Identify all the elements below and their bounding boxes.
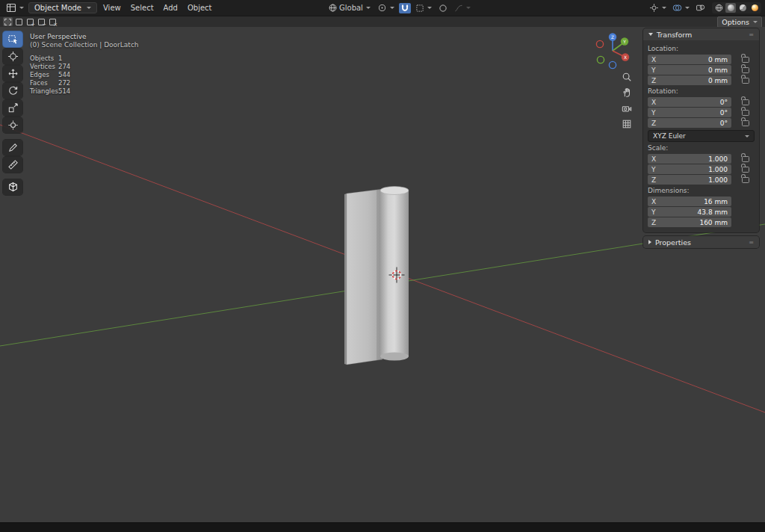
lock-icon[interactable]: [742, 67, 749, 73]
camera-view-button[interactable]: [620, 102, 634, 115]
gizmos-icon: [649, 3, 659, 13]
toggle-xray-button[interactable]: [693, 2, 707, 13]
transform-panel-header[interactable]: Transform ≡: [643, 28, 759, 40]
tool-transform[interactable]: [3, 117, 22, 133]
transform-icon: [7, 120, 19, 131]
editor-type-button[interactable]: [4, 2, 26, 13]
orientation-dropdown[interactable]: Global: [326, 2, 373, 13]
panel-grip-icon: ≡: [749, 239, 754, 246]
show-gizmos-toggle[interactable]: [647, 2, 669, 13]
options-button[interactable]: Options: [717, 16, 762, 28]
navigation-gizmo[interactable]: Z Y X: [592, 30, 634, 72]
viewport-header: Object Mode View Select Add Object Globa…: [0, 0, 765, 16]
pivot-point-dropdown[interactable]: [375, 2, 397, 13]
tool-measure[interactable]: [3, 157, 22, 173]
lock-icon[interactable]: [742, 177, 749, 183]
location-x-row: X 0 mm: [648, 55, 755, 64]
toggle-perspective-button[interactable]: [620, 117, 634, 131]
tool-add-cube[interactable]: [3, 179, 22, 195]
tool-cursor[interactable]: [3, 49, 22, 64]
scale-y-field[interactable]: Y 1.000: [648, 164, 731, 174]
shading-rendered-button[interactable]: [749, 3, 760, 13]
transform-controls: Global: [326, 0, 473, 16]
lock-icon[interactable]: [742, 120, 749, 126]
chevron-down-icon: [685, 7, 690, 9]
tool-annotate[interactable]: [3, 140, 22, 155]
options-label: Options: [722, 18, 749, 26]
snap-settings-dropdown[interactable]: [413, 3, 434, 13]
select-mode-subtract-button[interactable]: −: [37, 17, 46, 26]
dimensions-y-field[interactable]: Y 43.8 mm: [648, 207, 731, 217]
dimensions-y-row: Y 43.8 mm: [648, 207, 755, 217]
location-z-row: Z 0 mm: [648, 75, 755, 85]
scene-statistics: Objects1 Vertices274 Edges544 Faces272 T…: [30, 55, 70, 96]
globe-icon: [328, 3, 338, 13]
proportional-falloff-dropdown[interactable]: [452, 3, 473, 13]
lock-icon[interactable]: [742, 110, 749, 116]
lock-icon[interactable]: [742, 78, 749, 84]
proportional-editing-toggle[interactable]: [436, 3, 450, 13]
rotation-mode-dropdown[interactable]: XYZ Euler: [648, 130, 755, 142]
location-x-field[interactable]: X 0 mm: [648, 55, 731, 64]
menu-object[interactable]: Object: [184, 2, 216, 13]
location-z-field[interactable]: Z 0 mm: [648, 75, 731, 85]
expand-arrow-icon: [648, 240, 651, 244]
move-icon: [7, 68, 19, 79]
toolbar: [3, 31, 22, 195]
lock-icon[interactable]: [742, 156, 749, 162]
shading-material-button[interactable]: [737, 3, 748, 13]
shading-wireframe-button[interactable]: [713, 3, 724, 13]
panel-grip-icon: ≡: [749, 31, 754, 38]
add-cube-icon: [7, 182, 19, 193]
transform-panel: Transform ≡ Location: X 0 mm Y 0 mm: [643, 28, 759, 232]
viewport-3d[interactable]: User Perspective (0) Scene Collection | …: [0, 27, 765, 523]
tool-move[interactable]: [3, 66, 22, 81]
panel-title: Transform: [657, 31, 692, 39]
svg-text:Y: Y: [622, 39, 626, 44]
lock-icon[interactable]: [742, 99, 749, 105]
rotation-x-field[interactable]: X 0°: [648, 97, 731, 107]
scale-z-row: Z 1.000: [648, 175, 755, 185]
stat-row: Triangles514: [30, 87, 70, 96]
cursor-tool-icon: [7, 51, 19, 62]
select-mode-invert-button[interactable]: ×: [48, 17, 58, 26]
scale-x-field[interactable]: X 1.000: [648, 154, 731, 164]
show-overlays-toggle[interactable]: [670, 2, 692, 13]
tool-select-box[interactable]: [3, 31, 22, 47]
proportional-editing-icon: [439, 4, 447, 13]
dimensions-x-field[interactable]: X 16 mm: [648, 197, 731, 206]
scale-icon: [7, 102, 19, 114]
menu-view[interactable]: View: [99, 2, 125, 13]
select-mode-new-button[interactable]: [14, 17, 24, 26]
material-sphere-icon: [740, 4, 746, 11]
rotation-y-field[interactable]: Y 0°: [648, 108, 731, 117]
snap-toggle[interactable]: [399, 3, 411, 13]
lock-icon[interactable]: [742, 57, 749, 63]
dimensions-z-field[interactable]: Z 160 mm: [648, 217, 731, 227]
rotation-z-field[interactable]: Z 0°: [648, 118, 731, 128]
lock-icon[interactable]: [742, 167, 749, 173]
menu-add[interactable]: Add: [160, 2, 182, 13]
mode-dropdown[interactable]: Object Mode: [28, 2, 97, 13]
viewport-nav-buttons: [620, 70, 634, 131]
pan-button[interactable]: [620, 86, 634, 99]
doorlatch-object: [344, 187, 409, 365]
collapse-arrow-icon: [648, 33, 653, 36]
wireframe-sphere-icon: [715, 4, 723, 12]
camera-icon: [622, 103, 632, 114]
select-invert-icon: ×: [49, 19, 56, 25]
location-y-field[interactable]: Y 0 mm: [648, 65, 731, 75]
active-tool-icon[interactable]: [3, 17, 13, 26]
shading-solid-button[interactable]: [725, 3, 736, 13]
scale-z-field[interactable]: Z 1.000: [648, 175, 731, 185]
select-mode-extend-button[interactable]: +: [25, 17, 35, 26]
rotation-z-row: Z 0°: [648, 118, 755, 128]
tool-settings-bar: + − × Options: [0, 16, 765, 27]
tool-scale[interactable]: [3, 100, 22, 116]
menu-select[interactable]: Select: [127, 2, 158, 13]
properties-panel-header[interactable]: Properties ≡: [643, 236, 759, 248]
zoom-button[interactable]: [620, 70, 634, 84]
tool-rotate[interactable]: [3, 83, 22, 99]
orientation-label: Global: [339, 4, 363, 12]
chevron-down-icon: [19, 7, 24, 9]
